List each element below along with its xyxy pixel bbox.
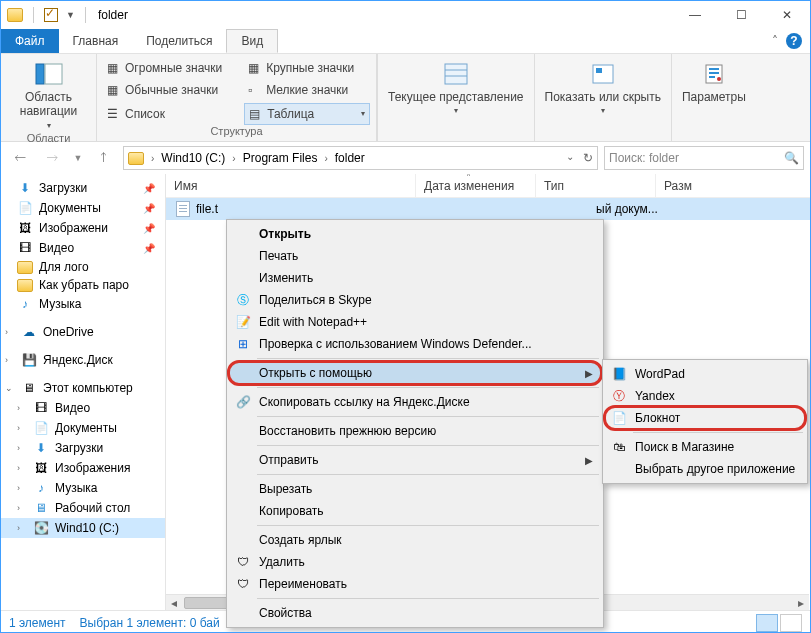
drive-icon: 💽 [33, 520, 49, 536]
layout-normal-icons[interactable]: ▦Обычные значки [103, 80, 238, 100]
sidebar-documents2[interactable]: ›📄Документы [1, 418, 165, 438]
qat-checkbox-icon[interactable] [44, 8, 58, 22]
title-bar: ▼ folder — ☐ ✕ [1, 1, 810, 29]
minimize-button[interactable]: — [672, 1, 718, 29]
layout-large-icons[interactable]: ▦Крупные значки [244, 58, 370, 78]
address-bar[interactable]: › Wind10 (C:)› Program Files› folder ⌄ ↻ [123, 146, 598, 170]
sidebar-music[interactable]: ♪Музыка [1, 294, 165, 314]
up-button[interactable]: 🡑 [91, 145, 117, 171]
ctx-copy[interactable]: Копировать [229, 500, 601, 522]
maximize-button[interactable]: ☐ [718, 1, 764, 29]
ctx-restore[interactable]: Восстановить прежнюю версию [229, 420, 601, 442]
expand-icon[interactable]: › [5, 327, 15, 337]
ctx-properties[interactable]: Свойства [229, 602, 601, 624]
scroll-right-icon[interactable]: ▸ [793, 596, 809, 610]
sidebar-video[interactable]: 🎞Видео📌 [1, 238, 165, 258]
layout-small-icons[interactable]: ▫Мелкие значки [244, 80, 370, 100]
collapse-icon[interactable]: ⌄ [5, 383, 15, 393]
scroll-left-icon[interactable]: ◂ [166, 596, 182, 610]
ctx-delete[interactable]: 🛡Удалить [229, 551, 601, 573]
current-view-button[interactable]: Текущее представление▾ [384, 58, 528, 118]
view-large-button[interactable] [780, 614, 802, 632]
tab-share[interactable]: Поделиться [132, 29, 226, 53]
history-dropdown[interactable]: ▼ [71, 145, 85, 171]
refresh-icon[interactable]: ↻ [583, 151, 593, 165]
ctx-yandex-link[interactable]: 🔗Скопировать ссылку на Яндекс.Диске [229, 391, 601, 413]
col-type[interactable]: Тип [536, 174, 656, 197]
sidebar-howto-folder[interactable]: Как убрать паро [1, 276, 165, 294]
ctx-print[interactable]: Печать [229, 245, 601, 267]
yandex-icon: Ⓨ [611, 388, 627, 404]
file-type: ый докум... [536, 202, 706, 216]
address-dropdown-icon[interactable]: ⌄ [563, 151, 577, 165]
svg-rect-0 [36, 64, 44, 84]
sidebar-this-pc[interactable]: ⌄🖥Этот компьютер [1, 378, 165, 398]
link-icon: 🔗 [235, 394, 251, 410]
ribbon-collapse-icon[interactable]: ˄ [772, 34, 778, 48]
ctx-shortcut[interactable]: Создать ярлык [229, 529, 601, 551]
folder-icon [17, 261, 33, 274]
options-button[interactable]: Параметры [678, 58, 750, 106]
tab-home[interactable]: Главная [59, 29, 133, 53]
svg-rect-5 [593, 65, 613, 83]
sidebar-drive-c[interactable]: ›💽Wind10 (C:) [1, 518, 165, 538]
notepadpp-icon: 📝 [235, 314, 251, 330]
view-details-button[interactable] [756, 614, 778, 632]
sub-choose-app[interactable]: Выбрать другое приложение [605, 458, 805, 480]
ctx-skype[interactable]: ⓈПоделиться в Skype [229, 289, 601, 311]
crumb-programfiles[interactable]: Program Files [243, 151, 318, 165]
shield-icon: 🛡 [235, 554, 251, 570]
wordpad-icon: 📘 [611, 366, 627, 382]
ctx-edit[interactable]: Изменить [229, 267, 601, 289]
tab-view[interactable]: Вид [226, 29, 278, 53]
submenu-arrow-icon: ▶ [585, 368, 593, 379]
col-date[interactable]: Дата изменения [416, 174, 536, 197]
layout-list[interactable]: ☰Список [103, 103, 238, 125]
sub-store[interactable]: 🛍Поиск в Магазине [605, 436, 805, 458]
ctx-open-with[interactable]: Открыть с помощью▶ [229, 362, 601, 384]
crumb-drive[interactable]: Wind10 (C:) [161, 151, 225, 165]
ctx-send-to[interactable]: Отправить▶ [229, 449, 601, 471]
sub-wordpad[interactable]: 📘WordPad [605, 363, 805, 385]
sub-yandex[interactable]: ⓎYandex [605, 385, 805, 407]
pin-icon: 📌 [143, 183, 161, 194]
layout-table[interactable]: ▤Таблица ▾ [244, 103, 370, 125]
ctx-rename[interactable]: 🛡Переименовать [229, 573, 601, 595]
layout-huge-icons[interactable]: ▦Огромные значки [103, 58, 238, 78]
sidebar-images2[interactable]: ›🖼Изображения [1, 458, 165, 478]
crumb-folder[interactable]: folder [335, 151, 365, 165]
ctx-open[interactable]: Открыть [229, 223, 601, 245]
sidebar-images[interactable]: 🖼Изображени📌 [1, 218, 165, 238]
navigation-pane-button[interactable]: Область навигации▾ [7, 58, 90, 132]
col-size[interactable]: Разм [656, 174, 716, 197]
sidebar-desktop[interactable]: ›🖥Рабочий стол [1, 498, 165, 518]
sidebar-downloads[interactable]: ⬇Загрузки📌 [1, 178, 165, 198]
text-file-icon [176, 201, 190, 217]
sidebar-music2[interactable]: ›♪Музыка [1, 478, 165, 498]
forward-button[interactable]: 🡒 [39, 145, 65, 171]
navigation-sidebar[interactable]: ⬇Загрузки📌 📄Документы📌 🖼Изображени📌 🎞Вид… [1, 174, 166, 610]
svg-rect-1 [45, 64, 62, 84]
ctx-notepadpp[interactable]: 📝Edit with Notepad++ [229, 311, 601, 333]
search-input[interactable]: Поиск: folder 🔍 [604, 146, 804, 170]
sidebar-yandex-disk[interactable]: ›💾Яндекс.Диск [1, 350, 165, 370]
help-icon[interactable]: ? [786, 33, 802, 49]
sidebar-video2[interactable]: ›🎞Видео [1, 398, 165, 418]
file-row[interactable]: file.t ый докум... [166, 198, 810, 220]
show-hide-button[interactable]: Показать или скрыть▾ [541, 58, 665, 118]
sidebar-onedrive[interactable]: ›☁OneDrive [1, 322, 165, 342]
sidebar-logo-folder[interactable]: Для лого [1, 258, 165, 276]
sidebar-downloads2[interactable]: ›⬇Загрузки [1, 438, 165, 458]
ctx-defender[interactable]: ⊞Проверка с использованием Windows Defen… [229, 333, 601, 355]
column-headers[interactable]: Имя˄ Дата изменения Тип Разм [166, 174, 810, 198]
sub-notepad[interactable]: 📄Блокнот [605, 407, 805, 429]
qat-dropdown-icon[interactable]: ▼ [66, 10, 75, 20]
close-button[interactable]: ✕ [764, 1, 810, 29]
col-name[interactable]: Имя˄ [166, 174, 416, 197]
store-icon: 🛍 [611, 439, 627, 455]
sidebar-documents[interactable]: 📄Документы📌 [1, 198, 165, 218]
back-button[interactable]: 🡐 [7, 145, 33, 171]
ribbon: Область навигации▾ Области ▦Огромные зна… [1, 54, 810, 142]
tab-file[interactable]: Файл [1, 29, 59, 53]
ctx-cut[interactable]: Вырезать [229, 478, 601, 500]
